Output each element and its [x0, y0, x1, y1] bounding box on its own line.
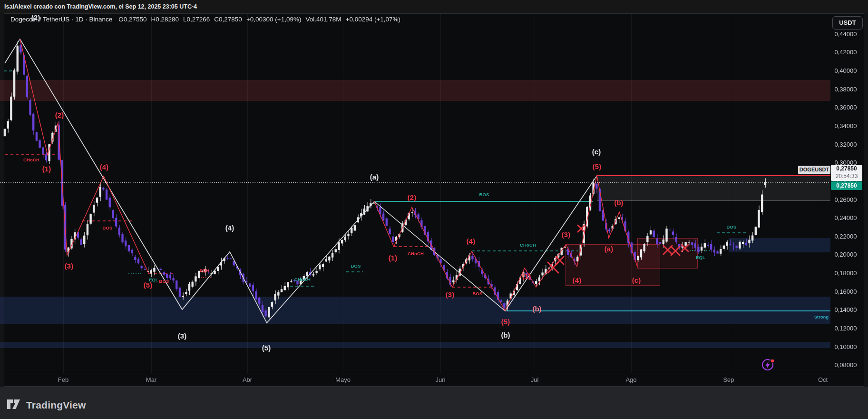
footer-bar: TradingView — [0, 387, 868, 419]
price-axis-label: 0,14000 — [835, 306, 857, 313]
countdown-price: 0,27850 — [831, 165, 862, 172]
price-axis-label: 0,34000 — [835, 122, 857, 129]
price-axis-label: 0,38000 — [835, 85, 857, 92]
time-axis-label-sep: Sep — [723, 376, 734, 383]
ohlc-field: Vol.401,78M — [305, 16, 341, 23]
time-axis-label-abr: Abr — [243, 376, 252, 383]
tradingview-logo[interactable]: TradingView — [7, 398, 86, 412]
last-price-tag: 0,27850 — [831, 181, 862, 190]
ohlc-field: H0,28280 — [151, 16, 179, 23]
ohlc-field: +0,00294 (+1,07%) — [346, 16, 401, 23]
price-axis-label: 0,42000 — [835, 49, 857, 56]
time-axis-label-jul: Jul — [531, 376, 539, 383]
symbol-header: Dogecoin / TetherUS · 1D · Binance O0,27… — [10, 16, 405, 24]
currency-toggle-button[interactable]: USDT — [832, 16, 863, 30]
price-axis-label: 0,20000 — [835, 251, 857, 258]
price-axis-label: 0,10000 — [835, 343, 857, 350]
price-axis-label: 0,22000 — [835, 232, 857, 239]
ohlc-field: L0,27266 — [183, 16, 210, 23]
price-chart-canvas[interactable] — [0, 0, 868, 419]
time-axis-label-mar: Mar — [146, 376, 156, 383]
countdown-timer: 20:54:33 — [831, 172, 862, 180]
price-axis-label: 0,24000 — [835, 214, 857, 221]
symbol-price-tag: DOGEUSDT — [798, 166, 830, 174]
pattern-flash-icon[interactable] — [761, 357, 775, 371]
ohlc-field: O0,27550 — [118, 16, 146, 23]
time-axis-label-feb: Feb — [58, 376, 68, 383]
price-axis-label: 0,26000 — [835, 196, 857, 203]
time-axis-label-mayo: Mayo — [335, 376, 351, 383]
price-axis-label: 0,16000 — [835, 288, 857, 295]
tradingview-logo-text: TradingView — [26, 399, 86, 411]
price-axis-label: 0,12000 — [835, 324, 857, 331]
price-axis-label: 0,40000 — [835, 67, 857, 74]
tradingview-page: IsaiAlexei creado con TradingView.com, e… — [0, 0, 868, 419]
price-axis-label: 0,32000 — [835, 140, 857, 148]
tradingview-logo-icon — [7, 398, 22, 412]
time-axis-label-ago: Ago — [625, 376, 636, 383]
price-axis-label: 0,44000 — [835, 30, 857, 37]
ohlc-field: +0,00300 (+1,09%) — [246, 16, 302, 23]
price-axis-label: 0,36000 — [835, 104, 857, 111]
ohlc-field: C0,27850 — [214, 16, 242, 23]
time-axis-label-oct: Oct — [818, 376, 828, 383]
time-axis-label-jun: Jun — [436, 376, 446, 383]
countdown-price-tag: 0,27850 20:54:33 — [831, 165, 862, 181]
price-axis-label: 0,08000 — [835, 361, 857, 369]
price-axis-label: 0,18000 — [835, 269, 857, 277]
symbol-title[interactable]: Dogecoin / TetherUS · 1D · Binance — [10, 16, 112, 23]
